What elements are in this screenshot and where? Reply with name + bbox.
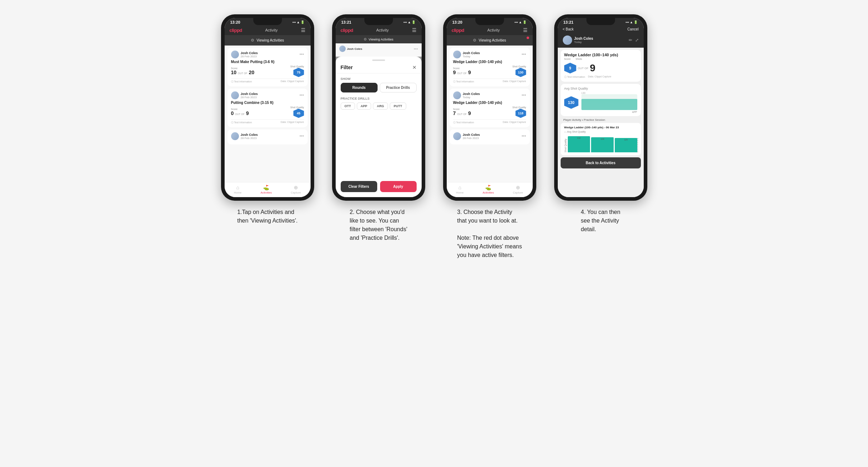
page-container: 13:20 ▪▪▪ ▲ 🔋 clippd Activity ☰ ⚙ Viewin… [183,14,685,259]
hamburger-icon-3[interactable]: ☰ [523,27,528,33]
top-nav-1: clippd Activity ☰ [225,25,311,35]
out-of-2: OUT OF [235,113,244,116]
detail-user-date: Today [574,40,593,44]
tag-putt[interactable]: PUTT [390,103,406,110]
viewing-bar-text-3: Viewing Activities [479,38,506,42]
home-icon-3: ⌂ [458,185,461,190]
footer-test-2: ⓘ Test Information [231,121,252,124]
dashed-line [638,138,638,152]
p3-footer-test-1: ⓘ Test Information [453,80,474,84]
caption-1: 1.Tap on Activities andthen 'Viewing Act… [237,208,298,225]
tag-arg[interactable]: ARG [373,103,388,110]
p3-score-label-1: Score [453,67,471,70]
nav-title-1: Activity [265,28,278,32]
notch-4 [586,18,615,25]
cancel-btn[interactable]: Cancel [627,27,638,31]
nav-capture-label-3: Capture [513,191,523,194]
p3-quality-1: Shot Quality 130 [512,65,526,77]
bar-3: 124 [615,138,637,152]
phone-section-2: 13:21 ▪▪▪ ▲ 🔋 clippd Activity ☰ ⚙ Viewin… [329,14,429,259]
chart-max-label: 130 [581,92,586,94]
practice-session-section: Player Activity • Practice Session [561,118,641,121]
user-date-2: 28 Feb 2023 [241,96,258,99]
p3-more-icon-3[interactable]: ••• [522,134,526,139]
rounds-btn[interactable]: Rounds [341,83,378,92]
p3-avatar-1 [453,51,461,58]
y-axis-label: Shot Quality [564,139,567,152]
p3-activity-item-2[interactable]: Josh Coles Today ••• Wedge Ladder (100–1… [450,89,530,127]
stat-shots-val-2: 9 [246,110,249,116]
filter-actions: Clear Filters Apply [336,177,422,197]
activity-footer-1: ⓘ Test Information Data: Clippd Capture [231,78,304,84]
stat-score-label-2: Score [231,108,249,110]
filter-header: Filter ✕ [336,62,422,73]
user-row-2: Josh Coles 28 Feb 2023 [231,91,258,99]
detail-content: Wedge Ladder (100–140 yds) Score Shots 9 [558,48,644,197]
activity-item-2[interactable]: Josh Coles 28 Feb 2023 ••• Putting Combi… [227,89,308,127]
p3-activity-title-2: Wedge Ladder (100–140 yds) [453,101,526,105]
filter-close-icon[interactable]: ✕ [412,65,417,70]
p3-score-val-2: 7 [453,110,456,116]
p3-user-row-3: Josh Coles 28 Feb 2023 [453,132,480,140]
p3-score-col-1: 9 OUT OF 9 [453,70,471,75]
activity-item-3[interactable]: Josh Coles 28 Feb 2023 ••• [227,129,308,144]
status-icons-2: ▪▪▪ ▲ 🔋 [403,20,416,24]
avatar-detail [563,35,572,45]
tag-app[interactable]: APP [357,103,371,110]
edit-icon[interactable]: ✏ [629,38,632,43]
apply-btn[interactable]: Apply [380,181,417,192]
nav-activities-3[interactable]: ⛳ Activities [483,185,494,194]
stat-quality-1: Shot Quality 75 [290,65,304,77]
p3-activity-item-3[interactable]: Josh Coles 28 Feb 2023 ••• [450,129,530,144]
nav-title-2: Activity [376,28,389,32]
home-icon-1: ⌂ [236,185,239,190]
phone-section-1: 13:20 ▪▪▪ ▲ 🔋 clippd Activity ☰ ⚙ Viewin… [217,14,318,259]
activity-footer-2: ⓘ Test Information Data: Clippd Capture [231,119,304,124]
chart-bg [581,94,637,110]
practice-drills-btn[interactable]: Practice Drills [380,83,417,92]
detail-user-info: Josh Coles Today [563,35,593,45]
more-icon-2[interactable]: ••• [299,93,304,98]
stat-score-2: Score 0 OUT OF 9 [231,108,249,116]
nav-activities-1[interactable]: ⛳ Activities [260,185,272,194]
more-icon-3[interactable]: ••• [299,134,304,139]
p3-more-icon-2[interactable]: ••• [522,93,526,98]
filter-icon-3: ⚙ [473,38,476,43]
p3-stat-2: Score 7 OUT OF 9 [453,108,471,116]
activity-item-header-2: Josh Coles 28 Feb 2023 ••• [231,91,304,99]
nav-home-3[interactable]: ⌂ Home [456,185,464,194]
p3-activity-footer-2: ⓘ Test Information Data: Clippd Capture [453,119,526,124]
clear-filters-btn[interactable]: Clear Filters [341,181,377,192]
back-to-activities-btn[interactable]: Back to Activities [561,157,641,168]
p3-user-name-2: Josh Coles [463,92,480,96]
bar-2: 129 [591,137,614,153]
p3-avatar-2 [453,91,461,99]
back-btn[interactable]: < Back [563,27,574,31]
activity-item-1[interactable]: Josh Coles 28 Feb 2023 ••• Must Make Put… [227,48,308,86]
p3-activity-item-1[interactable]: Josh Coles Today ••• Wedge Ladder (100–1… [450,48,530,86]
filter-sheet: Filter ✕ Show Rounds Practice Drills Pra… [336,57,422,197]
viewing-bar-3[interactable]: ⚙ Viewing Activities [447,35,533,46]
activities-icon-1: ⛳ [263,185,269,190]
chart-fill [581,99,637,110]
user-date-3: 28 Feb 2023 [241,137,258,140]
p3-score-val-1: 9 [453,70,456,75]
p3-score-label-2: Score [453,108,471,110]
status-icons-3: ▪▪▪ ▲ 🔋 [514,20,527,24]
hamburger-icon-1[interactable]: ☰ [301,27,306,33]
nav-capture-3[interactable]: ⊕ Capture [513,185,523,194]
detail-title-group: Wedge Ladder (100–140 yds) Score Shots [564,53,618,60]
more-icon-1[interactable]: ••• [299,52,304,57]
viewing-bar-1[interactable]: ⚙ Viewing Activities [225,35,311,46]
nav-capture-1[interactable]: ⊕ Capture [291,185,301,194]
nav-home-1[interactable]: ⌂ Home [234,185,241,194]
p3-more-icon-1[interactable]: ••• [522,52,526,57]
blurred-bg: ⚙ Viewing Activities Josh Coles ••• [336,35,422,57]
score-col-1: 10 OUT OF 20 [231,70,254,75]
expand-icon[interactable]: ⤢ [635,38,639,43]
bottom-nav-1: ⌂ Home ⛳ Activities ⊕ Capture [225,182,311,197]
mini-chart-title: Wedge Ladder (100–140 yds) - 06 Mar 23 [564,126,637,129]
activity-feed-3: Josh Coles Today ••• Wedge Ladder (100–1… [447,46,533,182]
tag-ott[interactable]: OTT [341,103,355,110]
hamburger-icon-2[interactable]: ☰ [412,27,417,33]
